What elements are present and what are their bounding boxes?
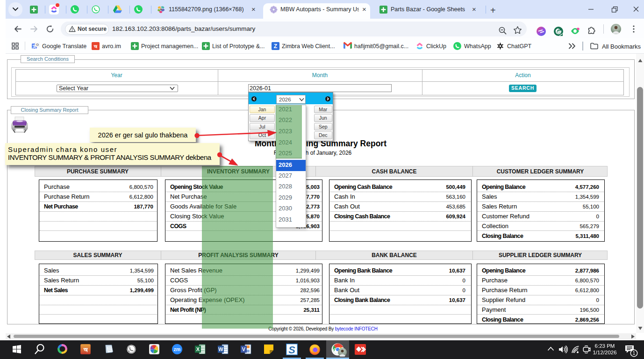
svg-text:zm: zm [174, 346, 181, 352]
svg-text:অ: অ [83, 346, 88, 353]
svg-text:G: G [36, 43, 39, 47]
svg-text:V: V [242, 346, 246, 352]
svg-text:W: W [218, 346, 223, 352]
svg-text:অ: অ [93, 43, 98, 49]
svg-text:S: S [288, 344, 295, 356]
svg-text:1: 1 [633, 350, 636, 356]
svg-text:Z: Z [274, 43, 277, 50]
svg-text:X: X [196, 346, 200, 352]
